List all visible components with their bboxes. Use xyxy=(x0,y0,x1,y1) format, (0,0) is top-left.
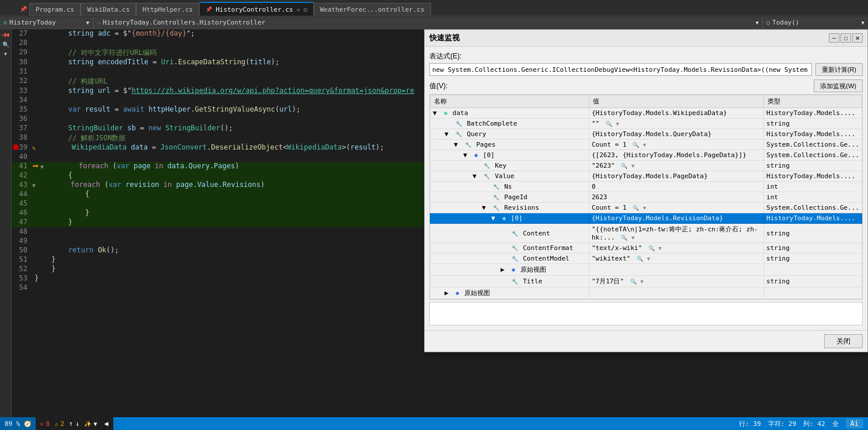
status-nav-icon: 🧭 xyxy=(24,421,31,427)
tree-cell-type: string xyxy=(764,161,862,171)
status-nav-up[interactable]: ↑ xyxy=(69,419,73,428)
line-num-28: 28 xyxy=(12,39,32,48)
qw-close-window-btn[interactable]: ✕ xyxy=(852,33,863,43)
status-zoom-label: 89 % xyxy=(5,420,20,428)
qw-close-button[interactable]: 关闭 xyxy=(824,334,863,348)
tab-weatherforecast[interactable]: WeatherForec...ontroller.cs xyxy=(314,3,431,16)
expand-icon[interactable]: ▼ xyxy=(491,214,498,222)
nav-left-label: HistoryToday xyxy=(9,19,55,26)
tab-wikidata[interactable]: WikiData.cs xyxy=(81,3,136,16)
qw-recalc-button[interactable]: 重新计算(R) xyxy=(815,63,863,76)
nav-mid-dropdown[interactable]: ☆ HistoryToday.Controllers.HistoryContro… xyxy=(93,17,763,29)
line-num-53: 53 xyxy=(12,274,32,283)
search-icon-sm[interactable]: 🔍 xyxy=(633,205,639,211)
search-down-icon[interactable]: ▼ xyxy=(4,51,7,57)
warning-icon: ⚠ xyxy=(54,421,58,427)
table-row: ▼ ◆ [0] {[2623, {HistoryToday.Models.Pag… xyxy=(430,150,862,161)
qw-expr-input[interactable] xyxy=(429,63,812,76)
tree-cell-name: 🔧 ContentFormat xyxy=(430,243,589,254)
qw-maximize-btn[interactable]: □ xyxy=(841,33,851,43)
status-scroll-left[interactable]: ◀ xyxy=(104,419,108,428)
tree-cell-type: System.Collections.Ge... xyxy=(764,150,862,161)
status-row: 行: 39 xyxy=(739,419,761,428)
search-icon-sm[interactable]: 🔍 xyxy=(621,163,627,169)
tree-cell-name-selected: ▼ ◆ [0] xyxy=(430,213,589,224)
tree-cell-type: int xyxy=(764,182,862,192)
search-icon-sm[interactable]: 🔍 xyxy=(648,245,655,251)
pin-sidebar-icon[interactable]: 📌 xyxy=(1,30,10,39)
status-col: 字符: 29 xyxy=(768,419,797,428)
line-num-52: 52 xyxy=(12,265,32,274)
tree-cell-type: System.Collections.Ge... xyxy=(764,140,862,150)
qw-window-controls: ─ □ ✕ xyxy=(829,33,863,43)
status-error-area: ✕ 0 ⚠ 2 ↑ ↓ ✨ ▼ ◀ xyxy=(36,417,113,430)
tree-cell-val: 0 xyxy=(589,182,763,192)
status-ai-label[interactable]: Ai xyxy=(846,419,863,428)
expand-icon[interactable]: ▶ xyxy=(501,266,508,273)
expand-icon[interactable]: ▼ xyxy=(454,141,461,148)
arrow-icon-sm[interactable]: ▼ xyxy=(643,205,646,211)
line-num-29: 29 xyxy=(12,48,32,58)
table-row: 🔧 Key "2623" 🔍 ▼ string xyxy=(430,161,862,171)
tab-close-icon[interactable]: ✕ xyxy=(297,6,300,13)
line-num-27: 27 xyxy=(12,29,32,39)
search-icon-sm[interactable]: 🔍 xyxy=(637,256,643,262)
table-row: 🔧 Ns 0 int xyxy=(430,182,862,192)
nav-right-dropdown[interactable]: ○ Today() ▼ xyxy=(763,17,868,29)
expand-icon[interactable]: ▼ xyxy=(463,151,470,159)
arrow-icon-sm[interactable]: ▼ xyxy=(658,245,661,251)
history-today-icon: ⊙ xyxy=(4,19,7,26)
tree-cell-val: {HistoryToday.Models.PageData} xyxy=(589,171,763,182)
expand-icon[interactable]: ▶ xyxy=(445,289,452,297)
tree-cell-val: "2623" 🔍 ▼ xyxy=(589,161,763,171)
search-icon-sm[interactable]: 🔍 xyxy=(621,235,627,241)
table-row: ▼ 🔧 Query {HistoryToday.Models.QueryData… xyxy=(430,129,862,140)
status-nav-down[interactable]: ↓ xyxy=(75,419,79,428)
qw-add-watch-button[interactable]: 添加监视(W) xyxy=(814,79,863,92)
tree-cell-val: {HistoryToday.Models.QueryData} xyxy=(589,129,763,140)
arrow-icon-sm[interactable]: ▼ xyxy=(647,256,650,262)
tree-cell-name: ▼ 🔧 Revisions xyxy=(430,203,589,213)
search-icon-sm[interactable]: 🔍 xyxy=(633,142,639,148)
expand-icon[interactable]: ▼ xyxy=(482,204,489,211)
expand-icon[interactable]: ▼ xyxy=(473,172,480,180)
wrench-icon: 🔧 xyxy=(484,163,490,169)
line-num-40: 40 xyxy=(12,152,32,162)
nav-left-dropdown[interactable]: ⊙ HistoryToday ▼ xyxy=(0,17,93,29)
tab-program[interactable]: Program.cs xyxy=(29,3,81,16)
tree-cell-name: 🔧 Title xyxy=(430,276,589,287)
tab-httphelper[interactable]: HttpHelper.cs xyxy=(136,3,199,16)
tree-cell-type: HistoryToday.Models.... xyxy=(764,171,862,182)
arrow-icon-sm[interactable]: ▼ xyxy=(616,121,619,127)
search-icon-sm[interactable]: 🔍 xyxy=(606,121,612,127)
tree-cell-val: Count = 1 🔍 ▼ xyxy=(589,140,763,150)
arrow-icon-sm[interactable]: ▼ xyxy=(640,279,643,285)
table-row: 🔧 Content "{{noteTA\n|1=zh-tw:将中正; zh-cn… xyxy=(430,224,862,243)
status-right-area: 行: 39 字符: 29 列: 42 全 Ai xyxy=(739,419,868,428)
arrow-icon-sm[interactable]: ▼ xyxy=(631,163,634,169)
search-sidebar-icon[interactable]: 🔍 xyxy=(2,41,9,48)
tab-historycontroller[interactable]: 📌 HistoryController.cs ✕ ⊡ xyxy=(199,2,314,16)
line-num-36: 36 xyxy=(12,115,32,124)
tree-cell-val: "{{noteTA\n|1=zh-tw:将中正; zh-cn:蒋介石; zh-h… xyxy=(589,224,763,243)
line-num-30: 30 xyxy=(12,58,32,67)
expand-icon[interactable]: ▼ xyxy=(433,109,440,117)
arrow-icon-sm[interactable]: ▼ xyxy=(643,142,646,148)
nav-mid-label: HistoryToday.Controllers.HistoryControll… xyxy=(103,19,265,26)
qw-minimize-btn[interactable]: ─ xyxy=(829,33,839,43)
diamond-icon: ◆ xyxy=(444,109,448,117)
tree-cell-val: Count = 1 🔍 ▼ xyxy=(589,203,763,213)
qw-empty-area xyxy=(429,302,863,325)
tree-cell-type: System.Collections.Ge... xyxy=(764,203,862,213)
qw-body: 表达式(E): 重新计算(R) 值(V): 添加监视(W) xyxy=(425,47,867,330)
line-num-35: 35 xyxy=(12,105,32,115)
breakpoint-marker xyxy=(13,144,19,150)
tree-cell-name: ▼ 🔧 Query xyxy=(430,129,589,140)
search-icon-sm[interactable]: 🔍 xyxy=(630,279,637,285)
qw-value-label: 值(V): xyxy=(429,81,447,91)
tab-split-icon[interactable]: ⊡ xyxy=(304,6,307,13)
main-area: 📌 🔍 ▼ 27 string adc = $"{month}/{day}"; … xyxy=(0,29,868,417)
arrow-icon-sm[interactable]: ▼ xyxy=(631,235,634,241)
expand-icon[interactable]: ▼ xyxy=(445,130,452,138)
tree-cell-name: 🔧 Content xyxy=(430,224,589,243)
